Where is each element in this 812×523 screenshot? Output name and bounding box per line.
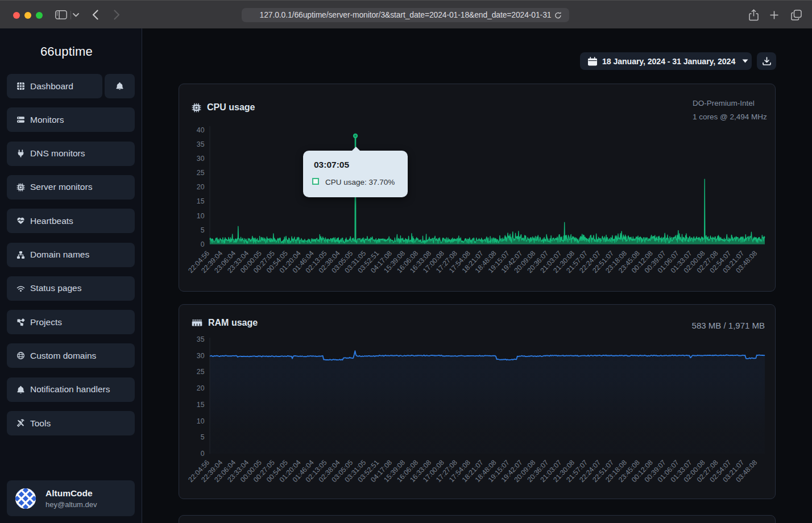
svg-text:5: 5 [201,433,205,441]
svg-text:0: 0 [201,240,205,248]
svg-text:30: 30 [197,352,205,360]
svg-text:15: 15 [197,197,205,205]
svg-text:25: 25 [197,368,205,376]
svg-text:5: 5 [201,226,205,234]
svg-text:0: 0 [201,450,205,458]
svg-text:35: 35 [197,140,205,148]
svg-text:30: 30 [197,155,205,163]
svg-text:25: 25 [197,169,205,177]
svg-text:40: 40 [197,126,205,134]
svg-text:20: 20 [197,384,205,392]
svg-text:20: 20 [197,183,205,191]
svg-text:10: 10 [197,212,205,220]
svg-text:35: 35 [197,335,205,343]
svg-text:10: 10 [197,417,205,425]
svg-text:15: 15 [197,401,205,409]
